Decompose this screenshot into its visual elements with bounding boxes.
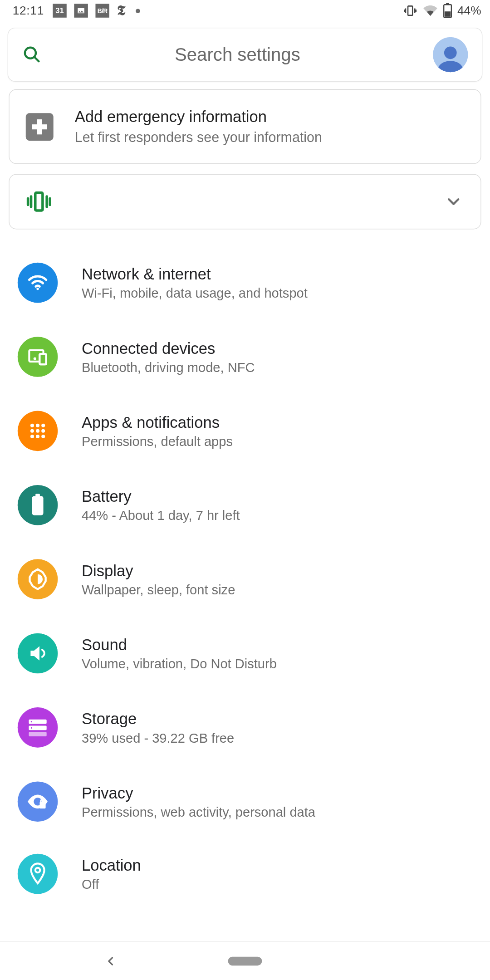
svg-rect-26 [29,732,46,736]
wifi-status-icon [423,4,438,17]
svg-rect-2 [446,3,449,5]
chevron-down-icon [444,192,463,211]
svg-rect-22 [35,494,40,496]
status-left: 12:11 31 B/R 𝕿 [13,4,140,17]
settings-apps[interactable]: Apps & notifications Permissions, defaul… [0,394,490,468]
home-pill[interactable] [228,956,262,965]
settings-sound[interactable]: Sound Volume, vibration, Do Not Disturb [0,616,490,690]
svg-rect-6 [35,193,43,211]
battery-status-icon [443,3,452,18]
emergency-info-card[interactable]: Add emergency information Let first resp… [9,89,481,164]
settings-location[interactable]: Location Off [0,838,490,938]
settings-battery[interactable]: Battery 44% - About 1 day, 7 hr left [0,468,490,542]
row-title: Connected devices [82,339,255,357]
settings-network[interactable]: Network & internet Wi-Fi, mobile, data u… [0,245,490,319]
svg-line-5 [34,57,39,61]
battery-percent: 44% [457,4,481,17]
row-subtitle: 44% - About 1 day, 7 hr left [82,508,240,523]
svg-point-7 [36,288,39,290]
row-title: Storage [82,710,234,728]
medical-plus-icon [26,113,54,141]
row-subtitle: 39% used - 39.22 GB free [82,730,234,745]
settings-list: Network & internet Wi-Fi, mobile, data u… [0,242,490,938]
calendar-icon: 31 [53,4,66,17]
navigation-bar [0,941,490,980]
row-title: Privacy [82,784,315,802]
svg-point-13 [36,424,39,427]
apps-grid-icon [18,411,58,451]
row-subtitle: Wallpaper, sleep, font size [82,582,235,597]
settings-privacy[interactable]: Privacy Permissions, web activity, perso… [0,764,490,838]
row-subtitle: Permissions, default apps [82,434,233,449]
status-time: 12:11 [13,4,44,17]
settings-storage[interactable]: Storage 39% used - 39.22 GB free [0,691,490,764]
emergency-title: Add emergency information [75,108,322,126]
svg-point-28 [31,727,32,729]
location-pin-icon [18,854,58,894]
status-right: 44% [402,3,481,18]
svg-point-31 [35,868,40,872]
nyt-icon: 𝕿 [117,4,126,17]
storage-icon [18,707,58,748]
back-button[interactable] [103,954,117,968]
vibrate-status-icon [402,4,417,17]
search-settings[interactable]: Search settings [8,28,483,82]
br-icon: B/R [96,4,109,17]
battery-icon [18,485,58,525]
search-placeholder: Search settings [54,44,421,65]
devices-icon [18,337,58,377]
svg-rect-9 [39,354,46,364]
svg-point-12 [30,424,34,427]
svg-point-16 [36,429,39,433]
row-title: Sound [82,636,277,654]
brightness-icon [18,559,58,599]
settings-display[interactable]: Display Wallpaper, sleep, font size [0,542,490,616]
row-subtitle: Bluetooth, driving mode, NFC [82,360,255,375]
row-subtitle: Permissions, web activity, personal data [82,804,315,819]
svg-marker-23 [30,569,46,589]
svg-point-27 [31,721,32,722]
more-dot-icon [136,9,140,13]
row-subtitle: Volume, vibration, Do Not Disturb [82,656,277,671]
row-title: Display [82,561,235,579]
svg-rect-21 [32,496,44,515]
svg-rect-0 [408,6,412,15]
settings-connected-devices[interactable]: Connected devices Bluetooth, driving mod… [0,320,490,394]
vibrate-icon [24,189,54,214]
emergency-subtitle: Let first responders see your informatio… [75,129,322,146]
ringer-mode-card[interactable] [9,174,481,230]
svg-point-15 [30,429,34,433]
row-subtitle: Off [82,877,141,892]
row-title: Location [82,856,141,874]
svg-point-14 [41,424,45,427]
row-subtitle: Wi-Fi, mobile, data usage, and hotspot [82,285,308,300]
search-icon [22,44,42,64]
wifi-icon [18,263,58,303]
row-title: Battery [82,487,240,505]
svg-rect-3 [445,11,451,17]
row-title: Network & internet [82,265,308,283]
svg-point-17 [41,429,45,433]
photo-icon [74,4,88,17]
svg-point-20 [41,435,45,438]
svg-point-19 [36,435,39,438]
row-title: Apps & notifications [82,413,233,431]
privacy-eye-icon [18,781,58,822]
svg-point-18 [30,435,34,438]
svg-point-11 [34,358,36,360]
status-bar: 12:11 31 B/R 𝕿 44% [0,0,490,21]
volume-icon [18,633,58,674]
avatar[interactable] [433,37,468,73]
